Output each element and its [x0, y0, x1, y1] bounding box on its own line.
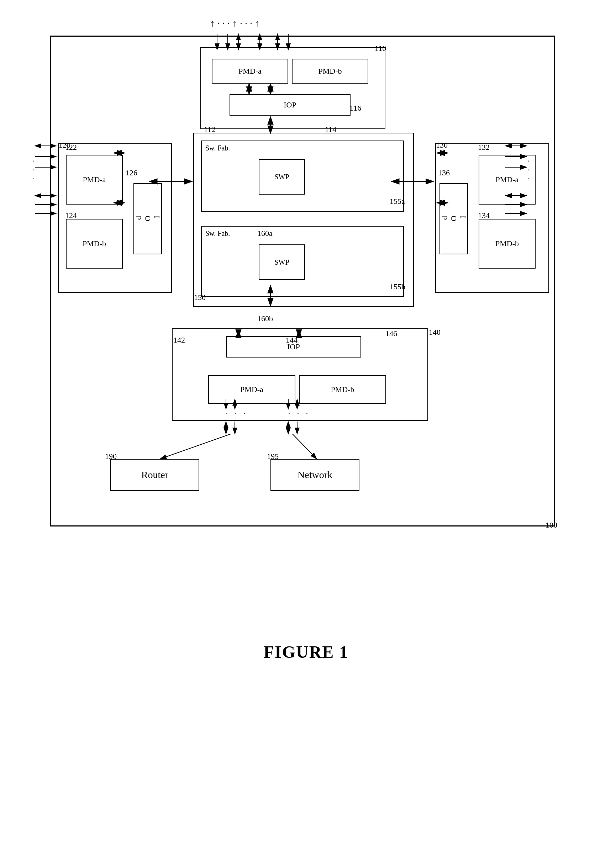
iop-110: IOP: [229, 94, 350, 116]
pmd-b-140: PMD-b: [299, 375, 386, 404]
pmd-a-140: PMD-a: [208, 375, 295, 404]
label-136: 136: [438, 168, 450, 177]
label-190: 190: [105, 452, 117, 461]
svg-text:·: ·: [33, 165, 35, 174]
box-155b: Sw. Fab. SWP: [201, 226, 404, 297]
label-116: 116: [350, 104, 361, 113]
label-110: 110: [375, 44, 386, 53]
label-122: 122: [65, 143, 77, 152]
label-142: 142: [173, 336, 185, 345]
label-124: 124: [65, 211, 77, 220]
svg-text:·: ·: [33, 174, 35, 183]
svg-text:↑ · · · ↑ · · · ↑: ↑ · · · ↑ · · · ↑: [210, 18, 260, 29]
swp-160a: SWP: [259, 159, 305, 195]
label-146: 146: [385, 329, 397, 338]
box-140: IOP PMD-a PMD-b: [172, 328, 428, 421]
label-144: 144: [286, 336, 297, 345]
label-134: 134: [478, 211, 490, 220]
router-box: Router: [110, 459, 199, 491]
label-130: 130: [436, 141, 448, 150]
label-160b: 160b: [257, 314, 273, 323]
main-box: PMD-a PMD-b IOP 112 114 116 110 PMD-a PM…: [50, 36, 555, 526]
box-110: PMD-a PMD-b IOP: [200, 47, 385, 129]
network-box: Network: [270, 459, 360, 491]
label-155a: 155a: [390, 197, 405, 206]
label-126: 126: [126, 168, 137, 177]
pmd-b-130: PMD-b: [479, 219, 536, 268]
svg-text:·: ·: [33, 157, 35, 165]
pmd-a-130: PMD-a: [479, 155, 536, 204]
box-150: Sw. Fab. SWP Sw. Fab. SWP: [193, 133, 414, 307]
label-150: 150: [194, 293, 206, 302]
label-160a: 160a: [257, 229, 273, 238]
pmd-a-110: PMD-a: [212, 59, 288, 83]
pmd-a-120: PMD-a: [66, 155, 123, 204]
label-140: 140: [429, 328, 440, 337]
label-swfab-a: Sw. Fab.: [205, 144, 230, 152]
pmd-row-110: PMD-a PMD-b: [212, 59, 368, 83]
pmd-b-110: PMD-b: [292, 59, 368, 83]
iop-120: IOP: [134, 183, 162, 254]
label-swfab-b: Sw. Fab.: [205, 229, 230, 238]
box-130: IOP PMD-a PMD-b: [435, 143, 549, 293]
label-155b: 155b: [390, 282, 405, 291]
label-195: 195: [267, 452, 279, 461]
box-155a: Sw. Fab. SWP: [201, 141, 404, 212]
label-100: 100: [545, 520, 557, 530]
iop-130: IOP: [440, 183, 468, 254]
pmd-row-140: PMD-a PMD-b: [208, 375, 386, 404]
swp-160b: SWP: [259, 244, 305, 280]
figure-caption: FIGURE 1: [264, 642, 349, 662]
label-132: 132: [478, 143, 490, 152]
pmd-b-120: PMD-b: [66, 219, 123, 268]
